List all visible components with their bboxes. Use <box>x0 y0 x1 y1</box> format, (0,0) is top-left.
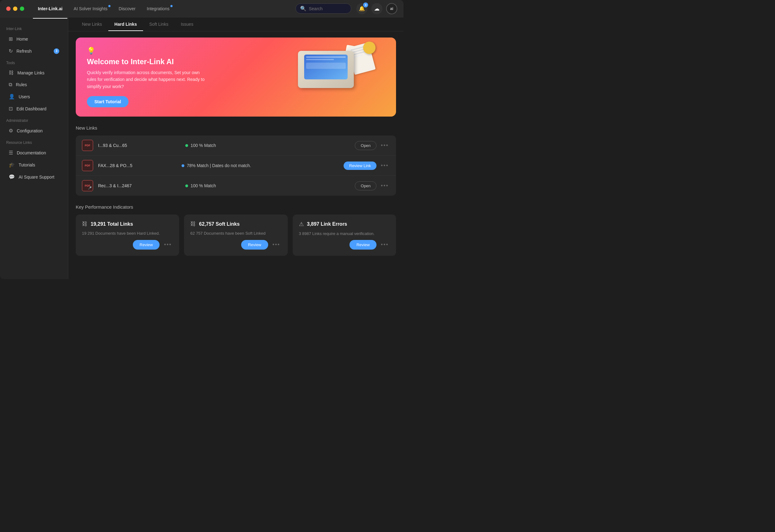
link-actions: Review Link ••• <box>344 162 390 170</box>
cloud-button[interactable]: ☁ <box>371 3 382 14</box>
titlebar: Inter-Link.ai AI Solver Insights Discove… <box>0 0 403 17</box>
sidebar-item-refresh[interactable]: ↻ Refresh 3 <box>2 46 65 56</box>
table-row: PDF I...93 & Cu...65 100 % Match Open ••… <box>76 135 396 156</box>
link-status: 100 % Match <box>185 143 350 148</box>
kpi-section-title: Key Performance Indicators <box>76 204 396 210</box>
main-content: New Links Hard Links Soft Links Issues 💡… <box>68 17 403 279</box>
status-dot-blue <box>181 164 184 167</box>
refresh-badge: 3 <box>54 48 59 54</box>
header-icons: 🔔 3 ☁ ai <box>356 3 397 14</box>
kpi-card-link-errors: ⚠ 3,897 Link Errors 3 8987 Links require… <box>293 215 396 256</box>
screen-illustration <box>304 55 348 79</box>
more-options-button[interactable]: ••• <box>271 242 282 248</box>
nav-tab-interlink[interactable]: Inter-Link.ai <box>33 4 67 13</box>
kpi-link-icon: ⛓ <box>82 221 87 227</box>
sidebar-item-manage-links[interactable]: ⛓ Manage Links <box>2 68 65 78</box>
kpi-warning-icon: ⚠ <box>299 221 304 228</box>
minimize-button[interactable] <box>13 7 17 11</box>
banner-bulb-icon: 💡 <box>87 47 292 55</box>
rules-icon: ⧉ <box>9 82 12 87</box>
home-icon: ⊞ <box>9 36 13 42</box>
nav-tab-integrations[interactable]: Integrations <box>142 4 174 13</box>
search-box[interactable]: 🔍 <box>296 3 351 14</box>
file-icon-pdf: PDF <box>82 140 93 151</box>
more-options-button[interactable]: ••• <box>380 142 390 149</box>
traffic-lights <box>6 7 24 11</box>
dashboard-icon: ⊡ <box>9 106 13 112</box>
nav-tab-ai-solver[interactable]: AI Solver Insights <box>69 4 112 13</box>
sidebar-item-edit-dashboard[interactable]: ⊡ Edit Dashboard <box>2 103 65 114</box>
link-actions: Open ••• <box>355 181 390 190</box>
link-icon: ⛓ <box>9 70 14 76</box>
link-status: 100 % Match <box>185 183 350 188</box>
coin-illustration <box>363 42 376 54</box>
more-options-button[interactable]: ••• <box>380 242 390 248</box>
tab-hard-links[interactable]: Hard Links <box>108 17 143 31</box>
users-icon: 👤 <box>9 94 15 100</box>
maximize-button[interactable] <box>20 7 24 11</box>
start-tutorial-button[interactable]: Start Tutorial <box>87 96 128 107</box>
sidebar-item-users[interactable]: 👤 Users <box>2 91 65 102</box>
tab-new-links[interactable]: New Links <box>76 17 108 31</box>
integrations-dot <box>170 5 172 7</box>
content-area: 💡 Welcome to Inter-Link AI Quickly verif… <box>68 31 403 279</box>
kpi-title: 19,291 Total Links <box>91 221 133 227</box>
sidebar-item-rules[interactable]: ⧉ Rules <box>2 79 65 90</box>
sidebar-item-configuration[interactable]: ⚙ Configuration <box>2 125 65 136</box>
banner-illustration <box>292 49 385 105</box>
sidebar-item-home[interactable]: ⊞ Home <box>2 33 65 44</box>
mic-icon: 🎤 <box>88 186 91 190</box>
layout: Inter-Link ⊞ Home ↻ Refresh 3 Tools ⛓ Ma… <box>0 17 403 279</box>
status-dot-green <box>185 184 188 187</box>
sidebar-item-tutorials[interactable]: 🎓 Tutorials <box>2 159 65 170</box>
review-button[interactable]: Review <box>241 240 268 250</box>
tab-bar: New Links Hard Links Soft Links Issues <box>68 17 403 31</box>
status-text: 78% Match | Dates do not match. <box>187 163 251 168</box>
tab-soft-links[interactable]: Soft Links <box>143 17 174 31</box>
search-icon: 🔍 <box>300 6 306 11</box>
kpi-description: 19 291 Documents have been Hard Linked. <box>82 230 173 237</box>
nav-tab-discover[interactable]: Discover <box>113 4 140 13</box>
config-icon: ⚙ <box>9 128 13 134</box>
kpi-header: ⛓ 62,757 Soft Links <box>190 221 281 227</box>
review-link-button[interactable]: Review Link <box>344 162 376 170</box>
sidebar-item-documentation[interactable]: ☰ Documentation <box>2 147 65 158</box>
more-options-button[interactable]: ••• <box>380 162 390 169</box>
kpi-card-soft-links: ⛓ 62,757 Soft Links 62 757 Documents hav… <box>184 215 287 256</box>
more-options-button[interactable]: ••• <box>380 183 390 189</box>
banner-description: Quickly verify information across docume… <box>87 69 205 90</box>
status-dot-green <box>185 144 188 147</box>
kpi-card-total-links: ⛓ 19,291 Total Links 19 291 Documents ha… <box>76 215 179 256</box>
laptop-illustration <box>298 51 354 88</box>
kpi-description: 62 757 Documents have been Soft Linked <box>190 230 281 237</box>
kpi-grid: ⛓ 19,291 Total Links 19 291 Documents ha… <box>76 215 396 256</box>
refresh-icon: ↻ <box>9 48 13 54</box>
banner-text: 💡 Welcome to Inter-Link AI Quickly verif… <box>87 47 292 107</box>
cloud-icon: ☁ <box>374 5 380 12</box>
open-button[interactable]: Open <box>355 141 376 150</box>
tab-issues[interactable]: Issues <box>174 17 199 31</box>
table-row: PDF 🎤 Rec...3 & I...2467 100 % Match Ope… <box>76 176 396 196</box>
table-row: PDF FAX...28 & PO...5 78% Match | Dates … <box>76 156 396 176</box>
kpi-header: ⚠ 3,897 Link Errors <box>299 221 390 228</box>
welcome-banner: 💡 Welcome to Inter-Link AI Quickly verif… <box>76 38 396 117</box>
kpi-description: 3 8987 Links require a manual verificati… <box>299 231 390 237</box>
kpi-footer: Review ••• <box>82 240 173 250</box>
close-button[interactable] <box>6 7 11 11</box>
open-button[interactable]: Open <box>355 181 376 190</box>
avatar[interactable]: ai <box>386 3 397 14</box>
more-options-button[interactable]: ••• <box>162 242 173 248</box>
kpi-title: 3,897 Link Errors <box>307 221 347 227</box>
search-input[interactable] <box>309 6 346 11</box>
notification-badge: 3 <box>363 2 368 7</box>
link-status: 78% Match | Dates do not match. <box>181 163 339 168</box>
notifications-button[interactable]: 🔔 3 <box>356 3 367 14</box>
admin-section-title: Administrator <box>0 115 68 124</box>
review-button[interactable]: Review <box>133 240 160 250</box>
review-button[interactable]: Review <box>350 240 376 250</box>
file-icon-pdf-mic: PDF 🎤 <box>82 180 93 191</box>
banner-title: Welcome to Inter-Link AI <box>87 57 292 66</box>
tools-section-title: Tools <box>0 58 68 66</box>
sidebar-item-ai-support[interactable]: 💬 AI Square Support <box>2 171 65 182</box>
sidebar-brand: Inter-Link <box>0 24 68 32</box>
